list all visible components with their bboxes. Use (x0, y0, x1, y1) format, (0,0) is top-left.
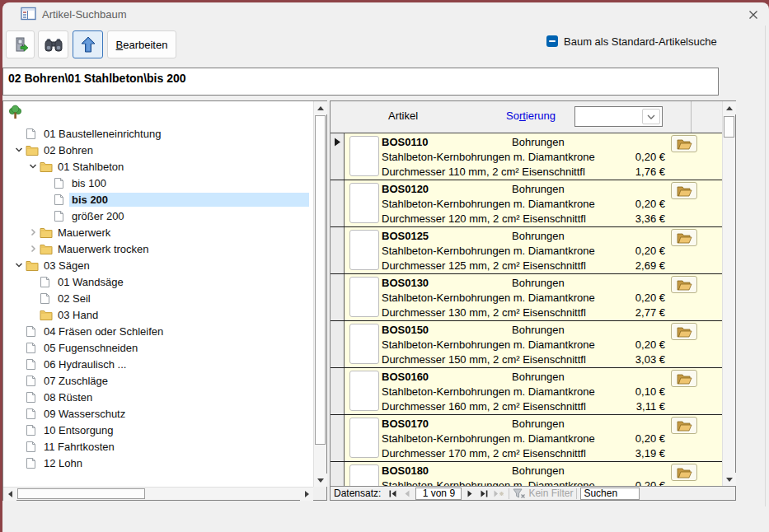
tree-item-label[interactable]: 06 Hydraulisch ... (41, 357, 309, 371)
tree-item[interactable]: 02 Bohren (3, 142, 313, 158)
tree-item[interactable]: größer 200 (3, 208, 313, 224)
scrollbar-thumb[interactable] (17, 488, 145, 499)
tree-item[interactable]: bis 200 (3, 191, 313, 208)
record-selector[interactable] (331, 321, 345, 367)
tree-item-label[interactable]: 02 Seil (55, 292, 309, 306)
tree-item[interactable]: 08 Rüsten (3, 389, 313, 405)
tree-item[interactable]: 01 Baustelleneinrichtung (3, 125, 313, 142)
open-folder-button[interactable] (671, 323, 697, 340)
article-record[interactable]: BOS0160 Bohrungen Stahlbeton-Kernbohrung… (331, 368, 722, 415)
tree-item[interactable]: 07 Zuschläge (3, 372, 313, 389)
open-folder-button[interactable] (671, 182, 697, 199)
grid-vertical-scrollbar[interactable] (722, 101, 735, 486)
scroll-down-button[interactable] (723, 473, 736, 486)
search-input[interactable] (580, 488, 640, 500)
tree-root-icon[interactable] (8, 105, 22, 123)
tree-item-label[interactable]: 04 Fräsen oder Schleifen (41, 324, 309, 338)
tree-item[interactable]: bis 100 (3, 175, 313, 191)
tree-chevron[interactable] (12, 146, 26, 154)
tree-horizontal-scrollbar[interactable] (3, 487, 313, 500)
tree-item[interactable]: Mauerwerk (3, 224, 313, 240)
record-blank-field[interactable] (349, 277, 379, 317)
record-selector[interactable] (331, 368, 345, 414)
filter-indicator[interactable]: Kein Filter (513, 488, 573, 499)
record-position[interactable]: 1 von 9 (415, 488, 462, 500)
tree-item[interactable]: 01 Stahlbeton (3, 158, 313, 175)
sortierung-link[interactable]: Sortierung (506, 110, 556, 122)
open-folder-button[interactable] (671, 417, 697, 434)
tree-item[interactable]: 09 Wasserschutz (3, 405, 313, 422)
open-folder-button[interactable] (671, 135, 697, 152)
tree-item[interactable]: 12 Lohn (3, 455, 313, 471)
scrollbar-thumb[interactable] (315, 115, 326, 445)
article-record[interactable]: BOS0170 Bohrungen Stahlbeton-Kernbohrung… (331, 415, 722, 462)
scroll-up-button[interactable] (314, 101, 327, 114)
record-blank-field[interactable] (349, 371, 379, 411)
open-folder-button[interactable] (671, 464, 697, 481)
nav-previous-button[interactable] (400, 488, 414, 500)
record-selector[interactable] (331, 133, 345, 180)
scroll-left-button[interactable] (3, 488, 16, 501)
scroll-up-button[interactable] (723, 101, 736, 114)
tree-item[interactable]: Mauerwerk trocken (3, 240, 313, 257)
tree-item-label[interactable]: 01 Wandsäge (55, 275, 309, 289)
path-field[interactable]: 02 Bohren\01 Stahlbeton\bis 200 (2, 68, 719, 96)
tree-item-label[interactable]: 01 Stahlbeton (55, 160, 309, 174)
tree-chevron[interactable] (12, 261, 26, 269)
tree-chevron[interactable] (26, 245, 40, 253)
tree-item-label[interactable]: 07 Zuschläge (41, 374, 309, 388)
tree-item-label[interactable]: 11 Fahrtkosten (41, 440, 309, 454)
record-selector[interactable] (331, 227, 345, 273)
scroll-right-button[interactable] (300, 488, 313, 501)
record-blank-field[interactable] (349, 418, 379, 458)
record-blank-field[interactable] (349, 183, 379, 223)
tree-chevron[interactable] (26, 228, 40, 236)
record-blank-field[interactable] (349, 230, 379, 270)
tree-item-label[interactable]: 03 Sägen (41, 259, 309, 273)
record-blank-field[interactable] (349, 464, 379, 486)
tree-item[interactable]: 03 Sägen (3, 257, 313, 273)
tree-chevron[interactable] (26, 162, 40, 170)
scroll-down-button[interactable] (314, 474, 327, 487)
tree-item-label[interactable]: bis 200 (69, 193, 309, 207)
nav-next-button[interactable] (463, 488, 477, 500)
tree-item[interactable]: 02 Seil (3, 290, 313, 306)
tree-item[interactable]: 05 Fugenschneiden (3, 339, 313, 356)
tree-item-label[interactable]: 01 Baustelleneinrichtung (41, 127, 309, 141)
tree-item-label[interactable]: 09 Wasserschutz (41, 407, 309, 421)
nav-first-button[interactable] (386, 488, 400, 500)
article-record[interactable]: BOS0125 Bohrungen Stahlbeton-Kernbohrung… (331, 227, 722, 274)
standard-search-checkbox[interactable] (546, 35, 558, 47)
article-record[interactable]: BOS0120 Bohrungen Stahlbeton-Kernbohrung… (331, 180, 722, 227)
record-selector[interactable] (331, 415, 345, 461)
tree-item[interactable]: 01 Wandsäge (3, 273, 313, 290)
tree-item[interactable]: 04 Fräsen oder Schleifen (3, 323, 313, 339)
record-selector[interactable] (331, 462, 345, 486)
edit-button[interactable]: Bearbeiten (107, 30, 176, 58)
tree-item[interactable]: 06 Hydraulisch ... (3, 356, 313, 372)
nav-new-record-button[interactable] (491, 488, 505, 500)
combobox-dropdown-button[interactable] (642, 109, 660, 124)
article-record[interactable]: BOS0180 Bohrungen Stahlbeton-Kernbohrung… (331, 462, 722, 486)
scrollbar-thumb[interactable] (724, 116, 734, 138)
tree-item-label[interactable]: 02 Bohren (41, 143, 309, 157)
open-folder-button[interactable] (671, 276, 697, 293)
tree-item-label[interactable]: Mauerwerk trocken (55, 242, 309, 256)
article-record[interactable]: BOS0150 Bohrungen Stahlbeton-Kernbohrung… (331, 321, 722, 368)
tree-item-label[interactable]: Mauerwerk (55, 226, 309, 240)
record-blank-field[interactable] (349, 324, 379, 364)
open-folder-button[interactable] (671, 229, 697, 246)
record-blank-field[interactable] (349, 136, 379, 176)
search-button[interactable] (38, 30, 68, 58)
tree-item-label[interactable]: größer 200 (69, 209, 309, 223)
tree-item-label[interactable]: 05 Fugenschneiden (41, 341, 309, 355)
tree-item-label[interactable]: 12 Lohn (41, 456, 309, 470)
close-button[interactable] (742, 5, 765, 25)
tree-item[interactable]: 03 Hand (3, 306, 313, 323)
up-level-button[interactable] (73, 30, 103, 58)
nav-last-button[interactable] (477, 488, 491, 500)
open-folder-button[interactable] (671, 370, 697, 387)
tree-vertical-scrollbar[interactable] (313, 101, 326, 487)
tree-item[interactable]: 11 Fahrtkosten (3, 438, 313, 455)
tree-item-label[interactable]: 03 Hand (55, 308, 309, 322)
